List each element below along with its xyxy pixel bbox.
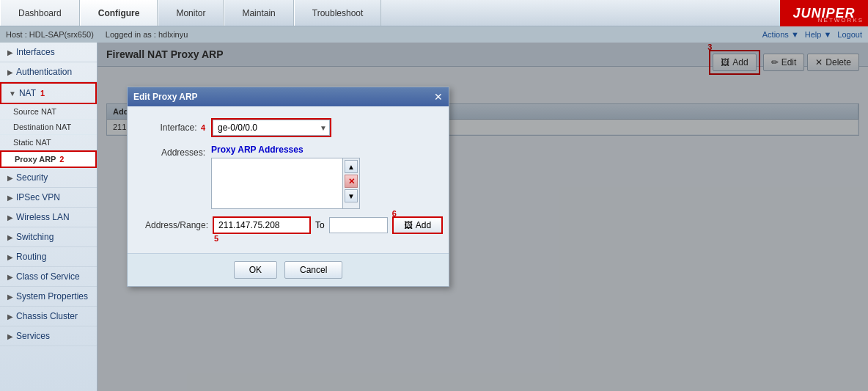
sidebar-label-switching: Switching [16, 232, 54, 242]
sidebar-item-system-properties[interactable]: ▶ System Properties [0, 287, 97, 307]
sidebar-label-ipsec-vpn: IPSec VPN [16, 192, 60, 202]
address-range-label: Address/Range: [145, 220, 208, 230]
logged-in-label: Logged in as : hdlxinyu [106, 30, 188, 39]
actions-link[interactable]: Actions ▼ [762, 30, 799, 39]
main-layout: ▶ Interfaces ▶ Authentication ▼ NAT 1 So… [0, 43, 868, 391]
edit-proxy-arp-modal: Edit Proxy ARP ✕ Interface: 4 ge- [127, 87, 449, 287]
sidebar-label-routing: Routing [16, 252, 46, 262]
chevron-icon: ▶ [7, 293, 13, 301]
interface-dropdown-wrapper: ge-0/0/0.0 ▼ [213, 120, 330, 136]
address-add-button[interactable]: 🖼 Add [394, 218, 441, 233]
interface-select-wrapper: ge-0/0/0.0 ▼ [211, 118, 331, 137]
tab-dashboard[interactable]: Dashboard [0, 0, 80, 26]
cancel-button[interactable]: Cancel [284, 261, 342, 279]
content-area: Firewall NAT Proxy ARP 3 🖼 Add ✏ Edit ✕ … [98, 43, 868, 391]
chevron-icon: ▼ [9, 89, 16, 98]
proxy-arp-controls: ▲ ✕ ▼ [343, 158, 360, 209]
proxy-arp-label: Proxy ARP [15, 155, 56, 164]
proxy-arp-list [211, 158, 343, 209]
sidebar-item-wireless-lan[interactable]: ▶ Wireless LAN [0, 208, 97, 227]
chevron-icon: ▶ [7, 253, 13, 261]
sidebar-item-services[interactable]: ▶ Services [0, 326, 97, 346]
sub-bar: Host : HDL-SAP(srx650) Logged in as : hd… [0, 26, 868, 43]
sidebar-item-security[interactable]: ▶ Security [0, 168, 97, 188]
interface-select[interactable]: ge-0/0/0.0 [213, 120, 330, 136]
annotation-1: 1 [40, 89, 45, 98]
tab-troubleshoot[interactable]: Troubleshoot [294, 0, 382, 26]
add-btn-label: Add [416, 220, 431, 230]
sidebar-sub-destination-nat[interactable]: Destination NAT [0, 120, 97, 135]
sidebar-item-authentication[interactable]: ▶ Authentication [0, 62, 97, 82]
interface-row: Interface: 4 ge-0/0/0.0 ▼ [139, 118, 437, 137]
sidebar-item-routing[interactable]: ▶ Routing [0, 247, 97, 267]
modal-titlebar: Edit Proxy ARP ✕ [128, 87, 449, 106]
chevron-icon: ▶ [7, 174, 13, 182]
sidebar: ▶ Interfaces ▶ Authentication ▼ NAT 1 So… [0, 43, 98, 391]
sidebar-label-chassis-cluster: Chassis Cluster [16, 311, 78, 321]
sidebar-label-services: Services [16, 331, 50, 341]
add-btn-wrapper: 6 🖼 Add [392, 216, 443, 234]
sidebar-sub-proxy-arp[interactable]: Proxy ARP 2 [0, 150, 97, 168]
sidebar-label-nat: NAT [19, 88, 36, 98]
tab-maintain[interactable]: Maintain [224, 0, 293, 26]
interface-label: Interface: 4 [139, 123, 205, 133]
chevron-icon: ▶ [7, 213, 13, 222]
modal-close-button[interactable]: ✕ [434, 91, 443, 103]
juniper-logo: JUNIPER NETWORKS [780, 0, 868, 26]
sidebar-item-ipsec-vpn[interactable]: ▶ IPSec VPN [0, 188, 97, 208]
sidebar-sub-source-nat[interactable]: Source NAT [0, 104, 97, 120]
proxy-arp-box-area: ▲ ✕ ▼ [211, 158, 360, 209]
annotation-6: 6 [392, 209, 397, 218]
chevron-icon: ▶ [7, 332, 13, 340]
sidebar-item-class-of-service[interactable]: ▶ Class of Service [0, 267, 97, 287]
chevron-icon: ▶ [7, 68, 13, 76]
sidebar-sub-static-nat[interactable]: Static NAT [0, 135, 97, 150]
sidebar-label-interfaces: Interfaces [16, 47, 55, 57]
sidebar-item-chassis-cluster[interactable]: ▶ Chassis Cluster [0, 307, 97, 326]
sidebar-label-wireless-lan: Wireless LAN [16, 212, 70, 222]
top-nav: Dashboard Configure Monitor Maintain Tro… [0, 0, 868, 26]
sidebar-item-nat[interactable]: ▼ NAT 1 [0, 82, 97, 104]
modal-overlay: Edit Proxy ARP ✕ Interface: 4 ge- [98, 43, 868, 391]
scroll-up-icon[interactable]: ▲ [345, 160, 358, 173]
scroll-down-icon[interactable]: ▼ [345, 189, 358, 202]
logout-link[interactable]: Logout [837, 30, 862, 39]
addresses-row: Addresses: Proxy ARP Addresses ▲ ✕ ▼ [139, 145, 437, 209]
chevron-icon: ▶ [7, 194, 13, 202]
remove-entry-icon[interactable]: ✕ [345, 175, 358, 188]
modal-footer: OK Cancel [128, 253, 449, 286]
host-label: Host : HDL-SAP(srx650) [6, 30, 94, 39]
chevron-icon: ▶ [7, 313, 13, 321]
modal-title: Edit Proxy ARP [133, 92, 198, 102]
small-add-icon: 🖼 [404, 220, 413, 230]
chevron-icon: ▶ [7, 233, 13, 241]
tab-monitor[interactable]: Monitor [158, 0, 224, 26]
sidebar-item-interfaces[interactable]: ▶ Interfaces [0, 43, 97, 62]
proxy-arp-title: Proxy ARP Addresses [211, 145, 360, 155]
sidebar-label-system-properties: System Properties [16, 291, 88, 302]
proxy-arp-container: Proxy ARP Addresses ▲ ✕ ▼ [211, 145, 360, 209]
address-input-wrapper: 5 [213, 216, 311, 234]
modal-body: Interface: 4 ge-0/0/0.0 ▼ [128, 106, 449, 253]
chevron-icon: ▶ [7, 48, 13, 56]
sidebar-label-class-of-service: Class of Service [16, 271, 80, 282]
help-link[interactable]: Help ▼ [805, 30, 832, 39]
chevron-icon: ▶ [7, 273, 13, 281]
to-label: To [315, 220, 325, 230]
ok-button[interactable]: OK [234, 261, 277, 279]
logo-sub: NETWORKS [818, 17, 864, 23]
address-range-row: Address/Range: 5 To 6 🖼 Add [145, 216, 437, 234]
annotation-4: 4 [201, 123, 205, 132]
tab-configure[interactable]: Configure [80, 0, 158, 26]
sidebar-item-switching[interactable]: ▶ Switching [0, 227, 97, 247]
sidebar-label-authentication: Authentication [16, 67, 72, 77]
annotation-2: 2 [59, 155, 64, 164]
to-input[interactable] [329, 217, 388, 233]
sidebar-label-security: Security [16, 172, 48, 183]
annotation-5: 5 [214, 234, 218, 243]
address-range-input[interactable] [214, 218, 309, 233]
addresses-label: Addresses: [139, 145, 205, 158]
